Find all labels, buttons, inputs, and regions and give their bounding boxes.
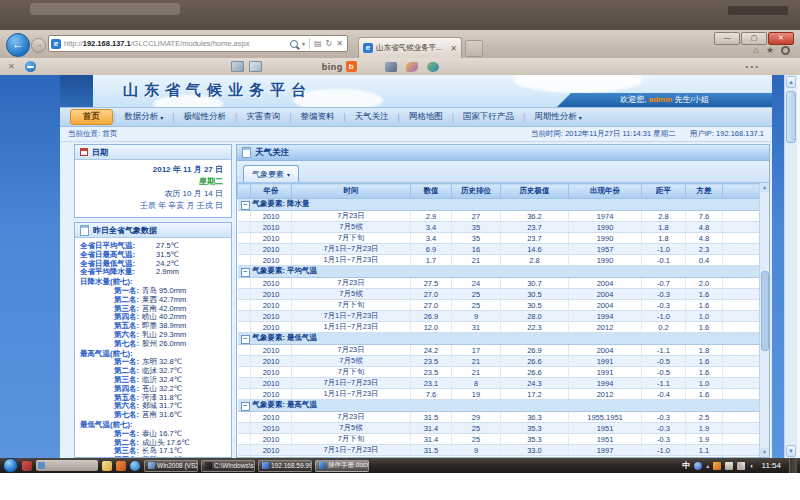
table-row[interactable]: 20107月下旬23.52126.61991-0.51.6 [238,367,760,378]
address-bar[interactable]: e http://192.168.137.1/GLCCLIMATE/module… [48,35,348,52]
flag-action-center-icon[interactable] [725,462,733,470]
table-row[interactable]: 20101月1日~7月23日7.61917.22012-0.41.6 [238,389,760,400]
close-button[interactable]: ✕ [768,32,794,45]
toolbar-close-icon[interactable]: ✕ [8,62,15,71]
menu-item-4[interactable]: 灾害查询 [237,109,289,125]
favorites-star-icon[interactable]: ★ [766,45,774,55]
new-tab-button[interactable] [465,40,483,57]
table-row[interactable]: 20107月5候3.43523.719901.84.8 [238,222,760,233]
table-row[interactable]: 20101月1日~7月23日12.03122.320120.21.6 [238,322,760,333]
apps-icon[interactable] [406,62,418,72]
menu-item-6[interactable]: 天气关注 [346,109,398,125]
group-header-row[interactable]: −气象要素: 降水量 [238,199,760,211]
taskbar-button-1[interactable]: Win2008 (VS2... [144,460,198,472]
security-tray-icon[interactable] [694,462,702,470]
language-indicator[interactable]: 中 [682,460,690,471]
collapse-icon[interactable]: − [241,402,250,411]
menu-item-3[interactable]: 极端性分析 [174,109,235,125]
compatibility-icon[interactable]: ▤ [314,39,322,48]
toolbar-more-icon[interactable]: ••• [746,62,760,71]
community-icon[interactable] [427,62,439,72]
table-row[interactable]: 20107月下旬27.02530.52004-0.31.6 [238,300,760,311]
quick-launch-window[interactable] [36,460,98,471]
browser-scrollbar-thumb[interactable] [786,91,796,143]
table-row[interactable]: 20107月下旬3.43523.719901.84.8 [238,233,760,244]
table-row[interactable]: 20107月23日27.52430.72004-0.72.0 [238,278,760,289]
scroll-up-icon[interactable]: ▲ [760,183,769,192]
scroll-up-icon[interactable]: ▲ [786,76,796,88]
menu-item-7[interactable]: 网格地图 [400,109,452,125]
stop-icon[interactable]: ✕ [336,39,343,48]
scroll-down-icon[interactable]: ▼ [760,448,769,457]
maximize-button[interactable]: ▢ [741,32,767,45]
group-header-row[interactable]: −气象要素: 最低气温 [238,333,760,345]
explorer-folder-icon[interactable] [102,461,112,471]
cell-spacer [723,289,760,300]
gear-icon[interactable] [781,46,790,55]
taskbar-clock[interactable]: 11:54 [762,461,781,470]
table-row[interactable]: 20107月23日24.21726.92004-1.11.8 [238,345,760,356]
browser-tab[interactable]: e 山东省气候业务平... ✕ [358,37,462,58]
cell-0: 2010 [251,356,292,367]
chevron-down-icon[interactable]: ▾ [302,40,305,47]
weather-element-button[interactable]: 气象要素 ▾ [243,165,299,182]
tab-close-icon[interactable]: ✕ [450,44,457,53]
table-row[interactable]: 20107月1日~7月23日26.9928.01994-1.01.0 [238,311,760,322]
taskbar-button-4[interactable]: 操作手册.docx ... [315,460,369,472]
pinned-app-icon[interactable] [22,461,32,471]
ie-icon[interactable] [130,461,140,471]
card-icon[interactable] [231,61,244,72]
table-row[interactable]: 20107月1日~7月23日6.91614.61957-1.02.3 [238,244,760,255]
table-row[interactable]: 20101月1日~7月23日 [238,456,760,458]
table-row[interactable]: 20107月1日~7月23日23.1824.31994-1.11.0 [238,378,760,389]
menu-item-8[interactable]: 国家下行产品 [454,109,523,125]
cell-7: 2.5 [686,412,723,423]
table-row[interactable]: 20101月1日~7月23日1.7212.81990-0.10.4 [238,255,760,266]
browser-scrollbar[interactable]: ▲ ▼ [784,75,797,458]
media-icon[interactable] [385,62,397,72]
collapse-icon[interactable]: − [241,268,250,277]
table-scrollbar[interactable]: ▲ ▼ [759,183,769,457]
network-icon[interactable] [737,462,745,470]
table-row[interactable]: 20107月5候27.02530.52004-0.31.6 [238,289,760,300]
media-player-icon[interactable] [116,461,126,471]
ganzhi-date: 壬辰 年 辛亥 月 壬戌 日 [83,200,223,212]
toolbar-logo-icon[interactable] [25,61,36,72]
table-row[interactable]: 20107月下旬31.42535.31951-0.31.9 [238,434,760,445]
refresh-icon[interactable]: ↻ [326,39,333,48]
table-row[interactable]: 20107月23日31.52936.31955,1951-0.32.5 [238,412,760,423]
table-row[interactable]: 20107月5候31.42535.31951-0.31.9 [238,423,760,434]
mail-icon[interactable] [249,61,262,72]
table-scrollbar-thumb[interactable] [761,271,769,351]
collapse-icon[interactable]: − [241,201,250,210]
scroll-down-icon[interactable]: ▼ [786,445,796,457]
group-header-row[interactable]: −气象要素: 平均气温 [238,266,760,278]
group-header-row[interactable]: −气象要素: 最高气温 [238,400,760,412]
minimize-button[interactable]: — [714,32,740,45]
cell-7: 1.9 [686,423,723,434]
url-text[interactable]: http://192.168.137.1/GLCCLIMATE/modules/… [64,39,288,48]
show-desktop-button[interactable] [789,458,797,473]
show-hidden-icons[interactable]: ▴ [706,462,709,469]
taskbar-button-2[interactable]: C:\Windows\s... [201,460,255,472]
table-row[interactable]: 20107月23日2.92736.219742.87.6 [238,211,760,222]
collapse-icon[interactable]: − [241,335,250,344]
menu-item-5[interactable]: 整编资料 [291,109,343,125]
menu-item-2[interactable]: 数据分析▾ [115,109,172,125]
search-icon[interactable] [290,40,298,48]
menu-item-9[interactable]: 周期性分析▾ [525,109,591,125]
menu-item-1[interactable]: 首页 [70,109,113,125]
bing-search[interactable]: bing b [322,61,357,72]
forward-button[interactable]: → [31,38,46,53]
update-tray-icon[interactable] [713,462,721,470]
home-icon[interactable]: ⌂ [753,45,758,55]
start-button[interactable] [3,458,18,473]
volume-icon[interactable]: ◖ [749,462,753,469]
cell-0: 2010 [251,211,292,222]
cell-2: 31.5 [411,412,452,423]
cell-6: 2.8 [642,211,686,222]
table-row[interactable]: 20107月1日~7月23日31.5933.01997-1.01.1 [238,445,760,456]
taskbar-button-3[interactable]: 192.168.59.99... [258,460,312,472]
back-button[interactable]: ← [6,33,30,57]
table-row[interactable]: 20107月5候23.52126.61991-0.51.6 [238,356,760,367]
